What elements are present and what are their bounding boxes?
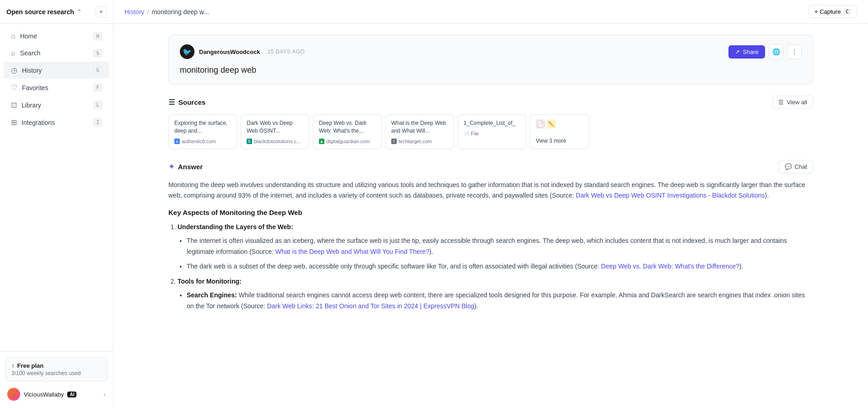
user-avatar: 🦘 — [7, 388, 20, 401]
chat-button[interactable]: 💬 Chat — [779, 160, 813, 173]
source-title: Deep Web vs. Dark Web: What's the... — [319, 119, 376, 135]
globe-button[interactable]: 🌐 — [769, 44, 783, 59]
list-item-title: Tools for Monitoring: — [178, 278, 242, 285]
sidebar-title: Open source research ⌃ — [6, 8, 81, 16]
content-area: 🐦 DangerousWoodcock 15 DAYS AGO ↗ Share … — [113, 24, 868, 408]
history-icon: ◷ — [11, 66, 17, 75]
share-label: Share — [743, 48, 759, 55]
source-domain: t techtarget.com — [391, 139, 448, 144]
source-link-1[interactable]: What is the Deep Web and What Will You F… — [275, 248, 429, 255]
source-domain: b blackdotsolutions.c... — [247, 139, 303, 144]
source-favicon: ▲ — [319, 139, 324, 144]
breadcrumb-history-link[interactable]: History — [124, 8, 145, 16]
capture-button[interactable]: + Capture C — [809, 5, 857, 18]
sidebar-item-history[interactable]: ◷ History G — [4, 62, 109, 79]
home-icon: ⌂ — [11, 32, 16, 40]
source-domain-text: File — [471, 131, 479, 136]
source-title: Dark Web vs Deep Web OSINT... — [247, 119, 303, 135]
sidebar-kbd-search: S — [93, 49, 102, 57]
source-title: What is the Deep Web and What Will... — [391, 119, 448, 135]
source-more-icons: 📄 ✏️ — [536, 119, 583, 129]
sources-title-text: Sources — [178, 98, 205, 106]
capture-kbd: C — [843, 8, 851, 15]
breadcrumb-bar: History / monitoring deep w... + Capture… — [113, 0, 868, 24]
library-icon: ⊡ — [11, 101, 17, 109]
list-icon: ☰ — [778, 99, 784, 106]
source-link-2[interactable]: Deep Web vs. Dark Web: What's the Differ… — [601, 263, 739, 270]
answer-numbered-list: Understanding the Layers of the Web: The… — [168, 222, 813, 312]
view-more-text: View 3 more — [536, 138, 583, 144]
upgrade-icon: ↑ — [11, 362, 15, 369]
sidebar-item-integrations[interactable]: ⊞ Integrations I — [4, 114, 109, 131]
answer-heading: Key Aspects of Monitoring the Deep Web — [168, 209, 813, 216]
user-profile-row[interactable]: 🦘 ViciousWallaby AI › — [5, 386, 108, 403]
sidebar-kbd-history: G — [93, 66, 102, 74]
free-plan-description: 3/100 weekly searches used — [11, 370, 102, 376]
free-plan-box: ↑ Free plan 3/100 weekly searches used — [5, 357, 108, 381]
file-icon: 📄 — [464, 131, 469, 136]
source-card-techtarget[interactable]: What is the Deep Web and What Will... t … — [385, 114, 454, 149]
source-favicon: t — [391, 139, 397, 144]
sidebar-kbd-integrations: I — [93, 118, 102, 126]
source-card-view-more[interactable]: 📄 ✏️ View 3 more — [530, 114, 589, 149]
source-card-digitalguardian[interactable]: Deep Web vs. Dark Web: What's the... ▲ d… — [313, 114, 382, 149]
chat-label: Chat — [795, 163, 807, 170]
user-name: ViciousWallaby — [24, 391, 64, 398]
answer-title: ✦ Answer — [168, 162, 203, 171]
more-icon-2: ✏️ — [547, 119, 556, 129]
sidebar-kbd-favorites: F — [93, 84, 102, 91]
search-icon: ⌕ — [11, 49, 16, 57]
sidebar-title-arrow: ⌃ — [77, 9, 81, 15]
sources-icon: ☰ — [168, 98, 175, 107]
sidebar-kbd-library: L — [93, 101, 102, 109]
view-all-label: View all — [787, 99, 807, 106]
ellipsis-icon: ⋮ — [791, 48, 798, 55]
answer-title-text: Answer — [178, 163, 203, 171]
user-ai-badge: AI — [67, 392, 76, 397]
more-options-button[interactable]: ⋮ — [787, 44, 802, 59]
source-card-file[interactable]: 1_Complete_List_of_ 📄 File — [458, 114, 526, 149]
favorites-icon: ♡ — [11, 83, 17, 92]
sidebar-item-favorites[interactable]: ♡ Favorites F — [4, 79, 109, 96]
answer-intro-link[interactable]: Dark Web vs Deep Web OSINT Investigation… — [576, 192, 765, 199]
share-button[interactable]: ↗ Share — [728, 45, 765, 59]
query-text: monitoring deep web — [180, 65, 802, 75]
answer-intro-text: Monitoring the deep web involves underst… — [168, 180, 813, 202]
capture-button-label: + Capture — [814, 8, 841, 15]
close-icon: × — [99, 8, 103, 15]
sources-title: ☰ Sources — [168, 98, 205, 107]
bullet-item: The internet is often visualized as an i… — [187, 236, 813, 258]
answer-bullet-list: The internet is often visualized as an i… — [178, 236, 813, 272]
integrations-icon: ⊞ — [11, 118, 17, 127]
source-domain-text: authentic8.com — [182, 139, 216, 144]
source-card-blackdot[interactable]: Dark Web vs Deep Web OSINT... b blackdot… — [241, 114, 309, 149]
query-username: DangerousWoodcock — [199, 48, 260, 55]
view-all-button[interactable]: ☰ View all — [772, 96, 813, 109]
answer-section: ✦ Answer 💬 Chat Monitoring the deep web … — [168, 160, 813, 312]
sidebar-item-library[interactable]: ⊡ Library L — [4, 97, 109, 113]
query-actions: ↗ Share 🌐 ⋮ — [728, 44, 802, 59]
sidebar-item-label: Search — [20, 49, 40, 57]
source-title: 1_Complete_List_of_ — [464, 119, 520, 127]
sidebar-item-label: History — [22, 67, 42, 74]
source-link-3[interactable]: Dark Web Links: 21 Best Onion and Tor Si… — [267, 302, 474, 310]
source-domain: ▲ digitalguardian.com — [319, 139, 376, 144]
sidebar-navigation: ⌂ Home H ⌕ Search S ◷ History G ♡ Favori… — [0, 24, 113, 351]
sidebar-item-search[interactable]: ⌕ Search S — [4, 45, 109, 61]
sidebar-kbd-home: H — [93, 32, 102, 40]
breadcrumb: History / monitoring deep w... — [124, 8, 209, 16]
sidebar-close-button[interactable]: × — [96, 6, 107, 17]
sidebar-item-home[interactable]: ⌂ Home H — [4, 28, 109, 44]
list-item-title: Understanding the Layers of the Web: — [178, 223, 293, 231]
breadcrumb-current-page: monitoring deep w... — [151, 8, 209, 16]
globe-icon: 🌐 — [772, 48, 780, 55]
answer-section-header: ✦ Answer 💬 Chat — [168, 160, 813, 173]
sidebar-bottom: ↑ Free plan 3/100 weekly searches used 🦘… — [0, 351, 113, 408]
query-card-header: 🐦 DangerousWoodcock 15 DAYS AGO ↗ Share … — [180, 44, 802, 59]
sidebar-item-label: Home — [20, 32, 37, 40]
source-card-authentic8[interactable]: Exploring the surface, deep and... a aut… — [168, 114, 237, 149]
chat-icon: 💬 — [785, 163, 792, 170]
source-favicon: b — [247, 139, 252, 144]
query-user-info: 🐦 DangerousWoodcock 15 DAYS AGO — [180, 44, 305, 59]
query-time: 15 DAYS AGO — [267, 48, 305, 55]
